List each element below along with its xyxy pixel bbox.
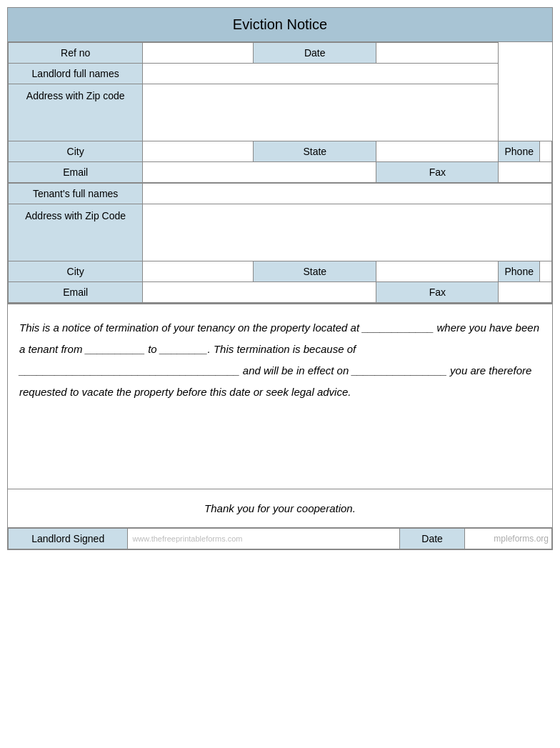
landlord-email-value[interactable] (143, 162, 376, 184)
tenant-names-row: Tenant's full names (9, 183, 552, 204)
landlord-names-row: Landlord full names (9, 64, 552, 84)
footer-date-label: Date (399, 528, 464, 549)
landlord-city-label: City (9, 141, 143, 162)
tenant-state-value[interactable] (376, 261, 499, 282)
tenant-phone-label: Phone (499, 261, 539, 282)
landlord-phone-label: Phone (499, 141, 539, 162)
tenant-email-value[interactable] (143, 282, 376, 303)
landlord-email-label: Email (9, 162, 143, 184)
landlord-state-value[interactable] (376, 141, 499, 162)
landlord-names-label: Landlord full names (9, 64, 143, 84)
landlord-signed-label: Landlord Signed (9, 528, 128, 549)
form-title: Eviction Notice (8, 8, 552, 42)
landlord-address-label: Address with Zip code (9, 84, 143, 141)
tenant-address-value[interactable] (143, 204, 552, 261)
tenant-email-label: Email (9, 282, 143, 303)
notice-text: This is a notice of termination of your … (8, 303, 552, 489)
footer-table: Landlord Signed www.thefreeprintableform… (8, 527, 552, 549)
tenant-city-state-phone-row: City State Phone (9, 261, 552, 282)
landlord-email-fax-row: Email Fax (9, 162, 552, 184)
landlord-address-value[interactable] (143, 84, 499, 141)
tenant-state-label: State (254, 261, 376, 282)
ref-no-label: Ref no (9, 43, 143, 64)
landlord-phone-value[interactable] (539, 141, 551, 162)
ref-no-value[interactable] (143, 43, 254, 64)
tenant-address-row: Address with Zip Code (9, 204, 552, 261)
tenant-phone-value[interactable] (539, 261, 551, 282)
tenant-email-fax-row: Email Fax (9, 282, 552, 303)
landlord-city-state-phone-row: City State Phone (9, 141, 552, 162)
tenant-fax-label: Fax (376, 282, 499, 303)
landlord-fax-value[interactable] (499, 162, 552, 184)
tenant-address-label: Address with Zip Code (9, 204, 143, 261)
tenant-fax-value[interactable] (499, 282, 552, 303)
date-value[interactable] (376, 43, 499, 64)
landlord-names-value[interactable] (143, 64, 499, 84)
brand-label: mpleforms.org (465, 528, 552, 549)
date-label: Date (254, 43, 376, 64)
tenant-names-label: Tenant's full names (9, 183, 143, 204)
landlord-city-value[interactable] (143, 141, 254, 162)
main-table: Ref no Date Landlord full names Address … (8, 42, 552, 303)
tenant-names-value[interactable] (143, 183, 552, 204)
tenant-city-label: City (9, 261, 143, 282)
landlord-address-row: Address with Zip code (9, 84, 552, 141)
watermark: www.thefreeprintableforms.com (128, 528, 400, 549)
landlord-fax-label: Fax (376, 162, 499, 184)
form-container: Eviction Notice Ref no Date Landlord ful… (7, 7, 553, 550)
thank-you-text: Thank you for your cooperation. (8, 489, 552, 527)
landlord-state-label: State (254, 141, 376, 162)
tenant-city-value[interactable] (143, 261, 254, 282)
ref-date-row: Ref no Date (9, 43, 552, 64)
footer-row: Landlord Signed www.thefreeprintableform… (9, 528, 552, 549)
